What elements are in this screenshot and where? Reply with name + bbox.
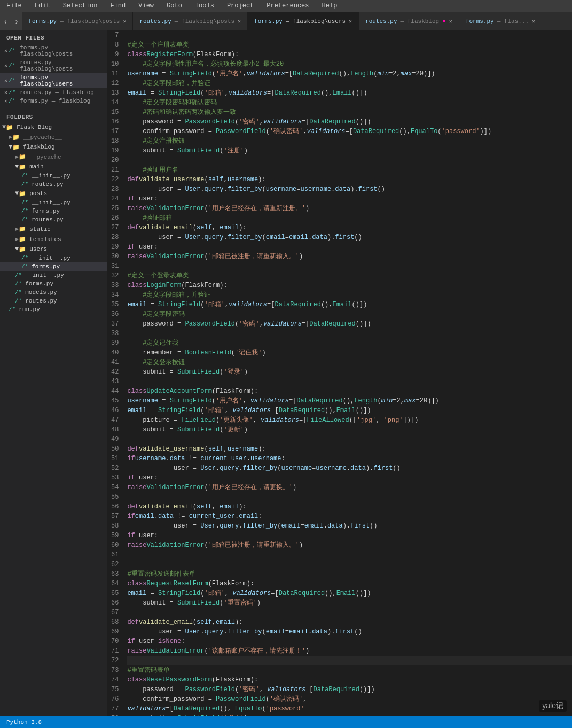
menu-goto[interactable]: Goto (164, 1, 184, 11)
close-icon: ✕ (4, 78, 7, 84)
sidebar-file-posts-routes[interactable]: /* routes.py (0, 215, 107, 224)
sidebar-open-forms-users[interactable]: ✕ /* forms.py — flaskblog\users (0, 73, 107, 88)
menu-file[interactable]: File (4, 1, 24, 11)
tab-prev-btn[interactable]: ‹ (0, 12, 11, 30)
menu-tools[interactable]: Tools (193, 1, 216, 11)
line-number: 63 (111, 569, 119, 579)
folder-icon: 📁 (19, 190, 26, 197)
sidebar-file-run[interactable]: /* run.py (0, 305, 107, 314)
sidebar-folder-pycache2[interactable]: ▶ 📁 __pycache__ (0, 152, 107, 162)
code-line: picture = FileField('更新头像', validators=[… (127, 415, 572, 425)
sidebar-file-posts-forms[interactable]: /* forms.py (0, 207, 107, 215)
line-number: 48 (111, 425, 119, 435)
code-line: class LoginForm(FlaskForm): (127, 281, 572, 290)
line-number: 9 (111, 50, 119, 59)
line-number: 39 (111, 338, 119, 348)
arrow-icon: ▼ (15, 163, 19, 171)
line-number: 8 (111, 40, 119, 50)
line-number: 37 (111, 319, 119, 329)
tab-routes-flaskblog[interactable]: routes.py — flaskblog ● ✕ (359, 12, 459, 30)
sidebar-file-flaskblog-models[interactable]: /* models.py (0, 288, 107, 297)
tab-close-icon[interactable]: ✕ (123, 18, 126, 25)
code-line: if email.data != current_user.email: (127, 512, 572, 521)
file-label: forms.py (32, 208, 60, 214)
menu-project[interactable]: Project (225, 1, 256, 11)
tab-routes-posts[interactable]: routes.py — flaskblog\posts ✕ (133, 12, 248, 30)
sidebar-folder-static[interactable]: ▶ 📁 static (0, 224, 107, 234)
tab-close-icon[interactable]: ✕ (349, 18, 352, 25)
file-label: routes.py (32, 216, 63, 223)
line-number: 44 (111, 386, 119, 396)
folder-icon: 📁 (12, 134, 20, 141)
line-number: 33 (111, 281, 119, 290)
menu-help[interactable]: Help (320, 1, 340, 11)
sidebar-folder-main[interactable]: ▼ 📁 main (0, 162, 107, 172)
code-line: username = StringField('用户名',validators=… (127, 69, 572, 79)
sidebar-folder-pycache1[interactable]: ▶ 📁 __pycache__ (0, 132, 107, 142)
sidebar-folder-flask-blog[interactable]: ▼ 📁 Flask_Blog (0, 122, 107, 132)
code-line: class RegisterForm(FlaskForm): (127, 50, 572, 59)
code-line: #定义字段密码和确认密码 (127, 98, 572, 107)
sidebar-file-users-forms[interactable]: /* forms.py (0, 262, 107, 271)
sidebar-file-flaskblog-forms[interactable]: /* forms.py (0, 280, 107, 288)
sidebar-file-label: forms.py — flaskblog\posts (20, 44, 107, 57)
sidebar-folder-users[interactable]: ▼ 📁 users (0, 244, 107, 254)
line-number: 56 (111, 502, 119, 512)
sidebar-open-forms-posts[interactable]: ✕ /* forms.py — flaskblog\posts (0, 43, 107, 58)
py-file-icon: /* (9, 48, 15, 54)
sidebar-open-routes-posts[interactable]: ✕ /* routes.py — flaskblog\posts (0, 58, 107, 73)
code-line: #定义字段邮箱，并验证 (127, 290, 572, 300)
line-numbers: 7891011121314151617181920212223242526272… (107, 30, 123, 716)
code-line (127, 261, 572, 271)
line-number: 11 (111, 69, 119, 79)
folder-icon: 📁 (19, 226, 26, 233)
menu-preferences[interactable]: Preferences (264, 1, 311, 11)
line-number: 49 (111, 435, 119, 444)
line-number: 74 (111, 675, 119, 685)
tab-forms-flas[interactable]: forms.py — flas... ✕ (459, 12, 542, 30)
code-line (127, 377, 572, 386)
tab-close-icon[interactable]: ✕ (238, 18, 241, 25)
line-number: 59 (111, 531, 119, 540)
sidebar-file-flaskblog-routes[interactable]: /* routes.py (0, 297, 107, 305)
tab-close-icon[interactable]: ✕ (449, 18, 452, 25)
sidebar-file-posts-init[interactable]: /* __init__.py (0, 198, 107, 207)
sidebar-file-flaskblog-init[interactable]: /* __init__.py (0, 271, 107, 280)
code-line: #定义字段密码 (127, 309, 572, 319)
folder-label: templates (29, 236, 61, 243)
tab-close-icon[interactable]: ✕ (532, 18, 535, 25)
code-line: #定义记住我 (127, 338, 572, 348)
sidebar-open-forms-flaskblog[interactable]: ✕ /* forms.py — flaskblog (0, 97, 107, 105)
sidebar-folder-posts[interactable]: ▼ 📁 posts (0, 189, 107, 198)
sidebar-folder-templates[interactable]: ▶ 📁 templates (0, 234, 107, 244)
arrow-icon: ▼ (2, 123, 6, 131)
tab-forms-users[interactable]: forms.py — flaskblog\users ✕ (248, 12, 359, 30)
arrow-icon: ▶ (15, 235, 19, 243)
arrow-icon: ▼ (15, 245, 19, 253)
sidebar-file-main-init[interactable]: /* __init__.py (0, 172, 107, 180)
tab-forms-posts[interactable]: forms.py — flaskblog\posts ✕ (22, 12, 133, 30)
sidebar-folder-flaskblog[interactable]: ▼ 📁 flaskblog (0, 142, 107, 152)
tab-label: forms.py (28, 18, 57, 25)
line-number: 23 (111, 184, 119, 194)
code-line: def validate_username(self,username): (127, 444, 572, 454)
sidebar-file-main-routes[interactable]: /* routes.py (0, 180, 107, 189)
file-label: __init__.py (32, 255, 70, 261)
code-editor[interactable]: #定义一个注册表单类class RegisterForm(FlaskForm):… (123, 30, 572, 716)
line-number: 46 (111, 406, 119, 415)
menu-selection[interactable]: Selection (61, 1, 100, 11)
code-line: #验证邮箱 (127, 213, 572, 223)
py-file-icon: /* (9, 98, 15, 104)
sidebar-open-routes-flaskblog[interactable]: ✕ /* routes.py — flaskblog (0, 88, 107, 97)
py-file-icon: /* (15, 298, 22, 304)
sidebar-file-users-init[interactable]: /* __init__.py (0, 254, 107, 262)
menu-edit[interactable]: Edit (33, 1, 52, 11)
code-line: raise ValidationError('该邮箱账户不存在，请先注册！') (127, 646, 572, 656)
tab-next-btn[interactable]: › (11, 12, 22, 30)
line-number: 15 (111, 107, 119, 117)
file-label: run.py (19, 306, 40, 313)
py-file-icon: /* (9, 63, 15, 69)
menu-view[interactable]: View (136, 1, 156, 11)
menu-find[interactable]: Find (108, 1, 128, 11)
main-layout: OPEN FILES ✕ /* forms.py — flaskblog\pos… (0, 30, 572, 716)
